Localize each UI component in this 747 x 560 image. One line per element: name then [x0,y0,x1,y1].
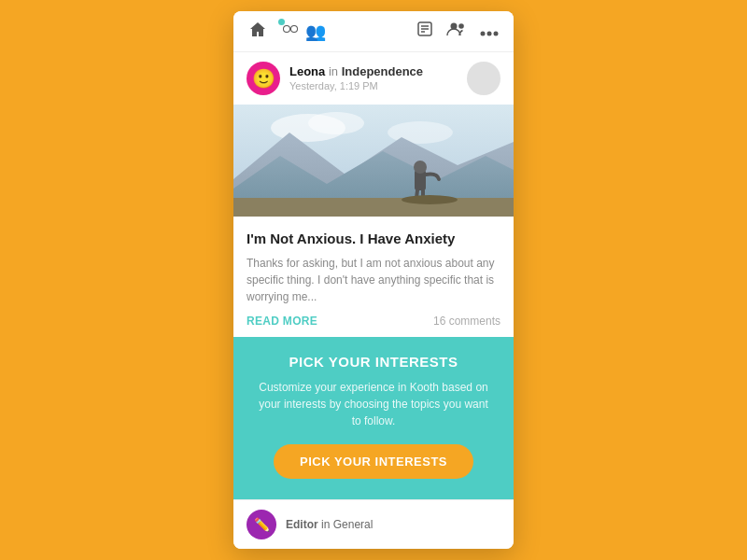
comments-count: 16 comments [433,315,500,328]
nav-chat[interactable]: 👥 [280,21,326,42]
in-text: in [329,64,342,78]
bottom-post-preview: ✏️ Editor in General [233,499,514,549]
interests-title: PICK YOUR INTERESTS [248,354,499,370]
svg-point-10 [481,31,486,35]
post-content: I'm Not Anxious. I Have Anxiety Thanks f… [233,217,514,338]
bottom-author-avatar: ✏️ [247,510,276,539]
nav-more[interactable] [480,21,499,41]
chat-notification-dot [278,19,285,25]
post-meta: Leona in Independence Yesterday, 1:19 PM [289,64,458,91]
post-title: I'm Not Anxious. I Have Anxiety [247,230,500,248]
nav-bar: 👥 [233,11,514,52]
post-author-line: Leona in Independence [289,64,458,78]
svg-point-11 [487,31,492,35]
post-timestamp: Yesterday, 1:19 PM [289,80,458,91]
svg-point-15 [308,112,364,134]
svg-point-21 [414,161,427,174]
svg-rect-19 [233,198,514,217]
post-header: 🙂 Leona in Independence Yesterday, 1:19 … [233,52,514,105]
svg-point-2 [284,26,289,32]
post-excerpt: Thanks for asking, but I am not anxious … [247,255,500,305]
secondary-avatar [467,62,500,95]
bottom-in-label: in [321,518,333,531]
bottom-author-name: Editor [286,518,318,531]
interests-banner: PICK YOUR INTERESTS Customize your exper… [233,337,514,499]
read-more-link[interactable]: READ MORE [247,315,317,328]
pick-interests-button[interactable]: PICK YOUR INTERESTS [274,444,473,479]
bottom-channel: General [333,518,374,531]
svg-point-12 [494,31,499,35]
svg-point-3 [291,26,297,32]
svg-point-9 [458,23,464,29]
nav-home[interactable] [248,21,267,42]
interests-description: Customize your experience in Kooth based… [248,379,499,429]
bottom-post-meta: Editor in General [286,518,373,531]
svg-point-22 [402,195,458,204]
post-channel: Independence [342,64,423,78]
nav-news[interactable] [416,21,433,42]
author-name: Leona [289,64,325,78]
post-footer: READ MORE 16 comments [247,315,500,328]
post-image [233,105,514,217]
nav-people[interactable] [446,21,467,42]
phone-card: 👥 [233,11,514,550]
author-avatar: 🙂 [247,62,280,95]
